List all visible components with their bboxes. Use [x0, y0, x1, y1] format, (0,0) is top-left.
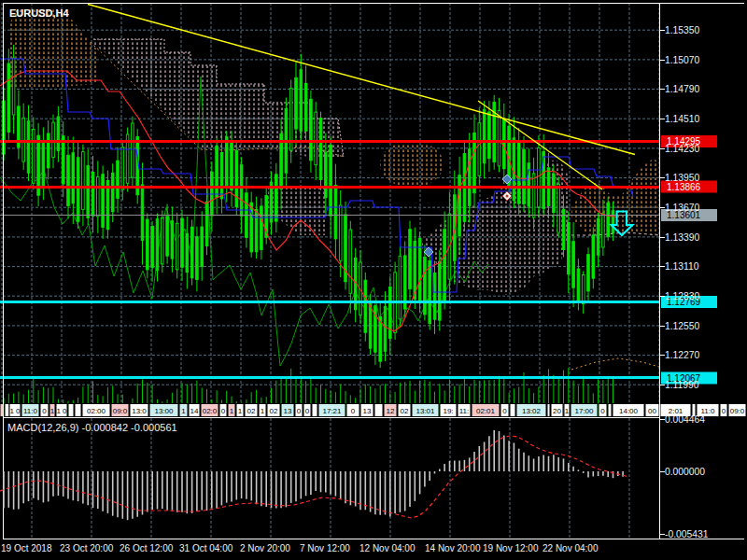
svg-text:13:00: 13:00 [154, 407, 174, 415]
svg-text:02:01: 02:01 [476, 407, 496, 415]
svg-text:1: 1 [50, 407, 55, 415]
svg-text:26 Oct 12:00: 26 Oct 12:00 [120, 543, 174, 553]
svg-text:19 Nov 12:00: 19 Nov 12:00 [483, 543, 539, 553]
svg-text:1 0: 1 0 [56, 407, 67, 415]
svg-text:1.11990: 1.11990 [665, 380, 699, 390]
svg-text:19 Oct 2018: 19 Oct 2018 [1, 543, 52, 553]
svg-text:1: 1 [238, 407, 243, 415]
svg-text:1.12550: 1.12550 [665, 321, 699, 331]
svg-text:12: 12 [387, 407, 395, 415]
svg-text:1.13950: 1.13950 [665, 173, 699, 183]
svg-text:13:01: 13:01 [416, 407, 435, 415]
svg-text:1.12270: 1.12270 [665, 350, 699, 360]
svg-text:0.004464: 0.004464 [665, 414, 705, 425]
svg-text:0: 0 [297, 407, 302, 415]
svg-text:1.13110: 1.13110 [665, 261, 699, 272]
svg-text:1: 1 [261, 407, 265, 415]
svg-text:1.14790: 1.14790 [665, 84, 699, 94]
svg-text:0: 0 [502, 407, 507, 415]
svg-text:1.13670: 1.13670 [665, 203, 699, 213]
svg-text:22 Nov 04:00: 22 Nov 04:00 [543, 543, 599, 553]
svg-text:02: 02 [401, 407, 409, 415]
svg-text:0: 0 [722, 407, 726, 415]
svg-text:13:0: 13:0 [132, 407, 147, 415]
svg-text:02:0: 02:0 [203, 407, 218, 415]
svg-text:0: 0 [221, 407, 226, 415]
svg-text:0: 0 [305, 407, 310, 415]
svg-text:19:: 19: [443, 407, 453, 415]
svg-text:11:0: 11:0 [23, 407, 38, 415]
svg-text:13: 13 [284, 407, 292, 415]
svg-text:0: 0 [42, 407, 47, 415]
svg-text:1.15350: 1.15350 [665, 25, 699, 35]
svg-text:1: 1 [565, 407, 570, 415]
svg-text:12 Nov 04:00: 12 Nov 04:00 [359, 543, 416, 553]
svg-text:1 0: 1 0 [9, 407, 21, 415]
svg-text:20: 20 [553, 407, 561, 415]
svg-text:31 Oct 04:00: 31 Oct 04:00 [179, 543, 233, 553]
svg-text:09:0: 09:0 [730, 407, 745, 415]
svg-text:1.15070: 1.15070 [665, 55, 699, 65]
svg-text:1: 1 [181, 407, 186, 415]
svg-text:2 Nov 20:00: 2 Nov 20:00 [240, 543, 290, 553]
svg-text:02: 02 [270, 407, 278, 415]
svg-text:00: 00 [648, 407, 656, 415]
svg-text:09:0: 09:0 [113, 407, 128, 415]
svg-text:14:00: 14:00 [619, 407, 639, 415]
svg-text:0: 0 [351, 407, 356, 415]
svg-text:13: 13 [363, 407, 372, 415]
svg-text:0: 0 [600, 407, 605, 415]
svg-text:13:02: 13:02 [522, 407, 542, 415]
svg-text:1.13390: 1.13390 [665, 232, 699, 243]
svg-text:1.12830: 1.12830 [665, 291, 699, 301]
svg-text:0.000000: 0.000000 [665, 467, 705, 477]
svg-text:17:21: 17:21 [322, 407, 342, 415]
svg-text:17:00: 17:00 [574, 407, 594, 415]
svg-text:14 Nov 20:00: 14 Nov 20:00 [425, 543, 481, 553]
svg-text:EURUSD,H4: EURUSD,H4 [9, 7, 69, 19]
svg-text:7 Nov 12:00: 7 Nov 12:00 [300, 543, 350, 553]
svg-text:-0.005431: -0.005431 [665, 529, 709, 539]
svg-text:1.14230: 1.14230 [665, 144, 699, 154]
svg-text:02:00: 02:00 [87, 407, 106, 415]
svg-text:1: 1 [230, 407, 234, 415]
svg-text:1.14510: 1.14510 [665, 114, 699, 124]
svg-text:14: 14 [190, 407, 199, 415]
svg-text:MACD(12,26,9) -0.000842 -0.000: MACD(12,26,9) -0.000842 -0.000561 [7, 422, 177, 433]
svg-text:1.13866: 1.13866 [667, 182, 701, 192]
svg-text:23 Oct 20:00: 23 Oct 20:00 [60, 543, 114, 553]
svg-text:11:: 11: [459, 407, 470, 415]
svg-text:02: 02 [247, 407, 256, 415]
